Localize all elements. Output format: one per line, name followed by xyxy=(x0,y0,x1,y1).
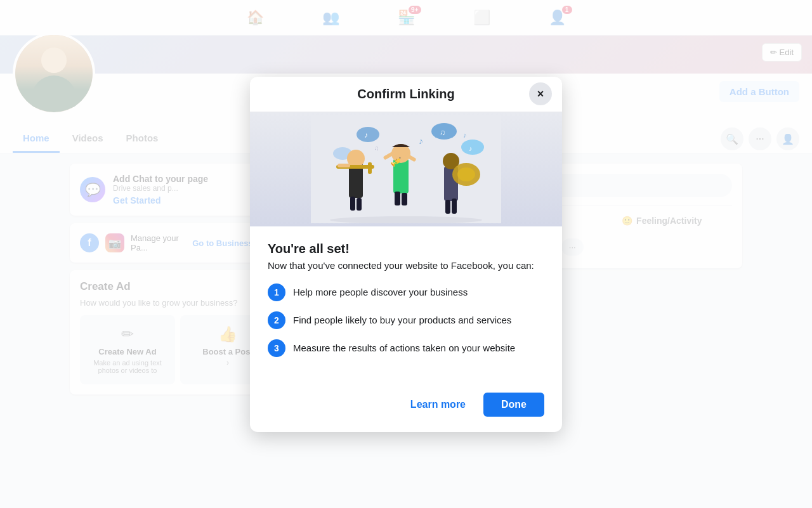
modal-list: 1 Help more people discover your busines… xyxy=(268,283,544,357)
list-number-3: 3 xyxy=(268,339,285,357)
svg-text:♪: ♪ xyxy=(419,136,423,146)
modal-title: Confirm Linking xyxy=(357,87,454,101)
svg-text:🎺: 🎺 xyxy=(390,157,402,167)
modal-overlay: Confirm Linking × ♪ ♫ ♪ xyxy=(0,0,812,508)
list-item-2: 2 Find people likely to buy your product… xyxy=(268,311,544,329)
list-item-3-text: Measure the results of actions taken on … xyxy=(293,342,515,353)
svg-point-25 xyxy=(457,167,475,181)
svg-rect-13 xyxy=(357,198,362,211)
svg-rect-26 xyxy=(445,200,450,214)
svg-rect-27 xyxy=(452,199,457,214)
svg-rect-14 xyxy=(337,164,350,167)
svg-rect-11 xyxy=(368,162,372,174)
done-button[interactable]: Done xyxy=(483,393,544,417)
svg-point-5 xyxy=(461,140,484,155)
svg-rect-12 xyxy=(350,197,355,211)
list-item-1-text: Help more people discover your business xyxy=(293,287,468,297)
svg-text:♪: ♪ xyxy=(469,145,473,152)
modal-illustration: ♪ ♫ ♪ xyxy=(250,112,562,226)
svg-text:♪: ♪ xyxy=(364,131,368,140)
modal-illustration-svg: ♪ ♫ ♪ xyxy=(311,115,501,223)
svg-point-1 xyxy=(357,127,379,142)
svg-text:♪: ♪ xyxy=(463,131,467,139)
modal-body: You're all set! Now that you've connecte… xyxy=(250,226,562,382)
learn-more-button[interactable]: Learn more xyxy=(400,394,476,415)
svg-rect-20 xyxy=(402,193,407,205)
list-item-2-text: Find people likely to buy your products … xyxy=(293,315,511,325)
list-item-3: 3 Measure the results of actions taken o… xyxy=(268,339,544,357)
modal-subtext: Now that you've connected your website t… xyxy=(268,260,544,271)
list-number-2: 2 xyxy=(268,311,285,329)
modal-heading: You're all set! xyxy=(268,242,544,256)
svg-rect-19 xyxy=(395,192,400,205)
modal-close-button[interactable]: × xyxy=(529,82,552,105)
svg-text:♫: ♫ xyxy=(374,145,379,152)
confirm-linking-modal: Confirm Linking × ♪ ♫ ♪ xyxy=(250,77,562,432)
modal-header: Confirm Linking × xyxy=(250,77,562,112)
modal-footer: Learn more Done xyxy=(250,382,562,432)
svg-text:♫: ♫ xyxy=(440,128,445,137)
list-item-1: 1 Help more people discover your busines… xyxy=(268,283,544,301)
list-number-1: 1 xyxy=(268,283,285,301)
